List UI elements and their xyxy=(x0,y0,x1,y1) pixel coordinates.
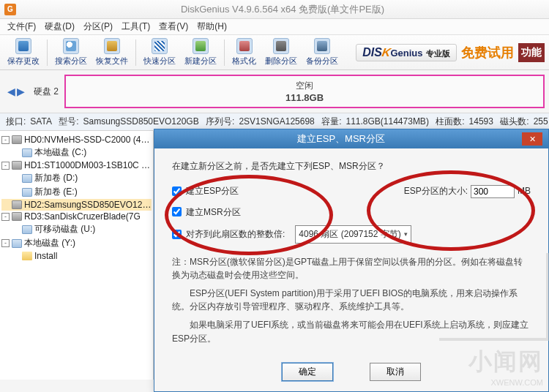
note-msr: 注：MSR分区(微软保留分区)是GPT磁盘上用于保留空间以供备用的分区。例如在将… xyxy=(172,255,531,282)
delete-partition-button[interactable]: 删除分区 xyxy=(261,37,302,68)
tree-row[interactable]: -HD1:ST1000DM003-1SB10C (93 xyxy=(1,159,152,171)
tree-row[interactable]: 新加卷 (E:) xyxy=(1,185,152,199)
tree-label: HD2:SamsungSSD850EVO120GB xyxy=(24,200,152,210)
folder-icon xyxy=(22,252,32,260)
ok-button[interactable]: 确定 xyxy=(282,363,333,381)
search-icon xyxy=(63,38,79,54)
delete-icon xyxy=(273,38,289,54)
close-icon: ✕ xyxy=(529,135,536,144)
menu-bar: 文件(F) 硬盘(D) 分区(P) 工具(T) 查看(V) 帮助(H) xyxy=(0,19,549,35)
esp-size-input[interactable] xyxy=(471,185,515,198)
backup-partition-button[interactable]: 备份分区 xyxy=(302,37,343,68)
vol-icon xyxy=(22,225,32,234)
trial-label: 免费试用 xyxy=(461,44,514,61)
label-msr: 建立MSR分区 xyxy=(186,205,241,219)
brand-logo: DISKGenius 专业版 xyxy=(356,44,457,61)
menu-partition[interactable]: 分区(P) xyxy=(79,19,117,34)
vol-icon xyxy=(22,174,32,183)
note-esp: ESP分区(UEFI System partition)用于采用了UEFI BI… xyxy=(172,287,531,314)
tree-row[interactable]: -HD0:NVMeHS-SSD-C2000 (477G xyxy=(1,134,152,146)
checkbox-msr[interactable] xyxy=(172,207,182,216)
restore-icon xyxy=(104,38,120,54)
right-pane: 分区参数 ◆ 名称 改时间 建立ESP、MSR分区 ✕ 在建立新分区之前，是否先… xyxy=(154,131,549,380)
esp-size-unit: MB xyxy=(518,184,531,198)
nav-left-icon[interactable]: ◀ xyxy=(7,86,15,97)
tree-row[interactable]: 新加卷 (D:) xyxy=(1,171,152,185)
quick-partition-button[interactable]: 快速分区 xyxy=(139,37,180,68)
tree-label: HD0:NVMeHS-SSD-C2000 (477G xyxy=(24,135,152,145)
disk-tree[interactable]: -HD0:NVMeHS-SSD-C2000 (477G本地磁盘 (C:)-HD1… xyxy=(0,131,154,380)
quick-partition-icon xyxy=(152,38,168,54)
tree-label: 本地磁盘 (Y:) xyxy=(24,237,75,249)
expander-icon[interactable]: - xyxy=(1,213,10,221)
tree-label: 可移动磁盘 (U:) xyxy=(34,223,95,235)
hdd-icon xyxy=(12,135,22,144)
menu-view[interactable]: 查看(V) xyxy=(154,19,193,34)
tree-row[interactable]: 可移动磁盘 (U:) xyxy=(1,222,152,236)
search-partition-button[interactable]: 搜索分区 xyxy=(51,37,92,68)
hdd-icon xyxy=(12,200,22,209)
format-button[interactable]: 格式化 xyxy=(228,37,261,68)
tree-label: 本地磁盘 (C:) xyxy=(34,146,86,159)
nav-arrows[interactable]: ◀ ▶ xyxy=(4,86,28,97)
checkbox-esp[interactable] xyxy=(172,186,182,196)
note-uefi: 如果电脑采用了UEFI系统，或当前磁盘将来可能会用在UEFI系统上启动系统，则应… xyxy=(172,318,531,345)
label-esp: 建立ESP分区 xyxy=(186,184,239,198)
save-button[interactable]: 保存更改 xyxy=(3,37,44,68)
format-icon xyxy=(236,38,253,54)
tree-row[interactable]: -RD3:SanDiskCruzerBlade(7G xyxy=(1,211,152,222)
hdd-icon xyxy=(12,212,22,221)
menu-help[interactable]: 帮助(H) xyxy=(193,19,231,34)
title-bar: G DiskGenius V4.9.6.564 x64 免费版(单文件PE版) xyxy=(0,0,549,19)
toolbar: 保存更改 搜索分区 恢复文件 快速分区 新建分区 格式化 删除分区 备份分区 D… xyxy=(0,35,549,70)
vol-icon xyxy=(22,148,32,157)
restore-files-button[interactable]: 恢复文件 xyxy=(92,37,132,68)
backup-icon xyxy=(314,38,330,54)
vol-icon xyxy=(12,239,22,248)
disk-overview: ◀ ▶ 硬盘 2 空闲 111.8GB xyxy=(0,70,549,113)
tree-label: Install xyxy=(34,251,57,261)
free-label: 空闲 xyxy=(296,80,313,92)
branding: DISKGenius 专业版 免费试用 功能 xyxy=(356,43,546,62)
app-icon: G xyxy=(4,4,16,15)
esp-size-label: ESP分区的大小: xyxy=(404,184,468,198)
expander-icon[interactable]: - xyxy=(1,239,10,247)
menu-file[interactable]: 文件(F) xyxy=(3,19,40,34)
dialog-titlebar: 建立ESP、MSR分区 ✕ xyxy=(154,129,548,148)
dialog-question: 在建立新分区之前，是否先建立下列ESP、MSR分区？ xyxy=(172,159,531,173)
cancel-button[interactable]: 取消 xyxy=(370,363,421,381)
dialog-close-button[interactable]: ✕ xyxy=(522,132,542,146)
sector-select[interactable]: 4096 扇区 (2097152 字节) ▾ xyxy=(295,225,411,243)
new-icon xyxy=(193,38,209,54)
tree-label: 新加卷 (E:) xyxy=(34,186,78,198)
menu-disk[interactable]: 硬盘(D) xyxy=(40,19,79,34)
tree-label: HD1:ST1000DM003-1SB10C (93 xyxy=(24,160,152,170)
vol-icon xyxy=(22,188,32,197)
hdd-icon xyxy=(12,161,22,170)
nav-right-icon[interactable]: ▶ xyxy=(17,86,25,97)
create-esp-msr-dialog: 建立ESP、MSR分区 ✕ 在建立新分区之前，是否先建立下列ESP、MSR分区？… xyxy=(154,129,549,392)
new-partition-button[interactable]: 新建分区 xyxy=(180,37,221,68)
window-title: DiskGenius V4.9.6.564 x64 免费版(单文件PE版) xyxy=(20,3,545,16)
tree-row[interactable]: HD2:SamsungSSD850EVO120GB xyxy=(1,199,152,211)
tree-label: RD3:SanDiskCruzerBlade(7G xyxy=(24,211,141,222)
expander-icon[interactable]: - xyxy=(1,162,10,170)
save-icon xyxy=(15,38,31,54)
chevron-down-icon: ▾ xyxy=(404,229,408,240)
menu-tools[interactable]: 工具(T) xyxy=(117,19,154,34)
checkbox-align[interactable] xyxy=(172,230,182,239)
tree-label: 新加卷 (D:) xyxy=(34,172,78,184)
expander-icon[interactable]: - xyxy=(1,136,10,144)
label-align: 对齐到此扇区数的整数倍: xyxy=(186,227,285,241)
tree-row[interactable]: 本地磁盘 (C:) xyxy=(1,146,152,159)
feature-label: 功能 xyxy=(518,43,545,62)
tree-row[interactable]: Install xyxy=(1,250,152,262)
lower-pane: -HD0:NVMeHS-SSD-C2000 (477G本地磁盘 (C:)-HD1… xyxy=(0,131,549,380)
disk-bar[interactable]: 空闲 111.8GB xyxy=(64,75,545,108)
free-size: 111.8GB xyxy=(285,92,324,103)
dialog-title: 建立ESP、MSR分区 xyxy=(160,132,522,146)
tree-row[interactable]: -本地磁盘 (Y:) xyxy=(1,236,152,250)
disk-label: 硬盘 2 xyxy=(34,86,59,98)
